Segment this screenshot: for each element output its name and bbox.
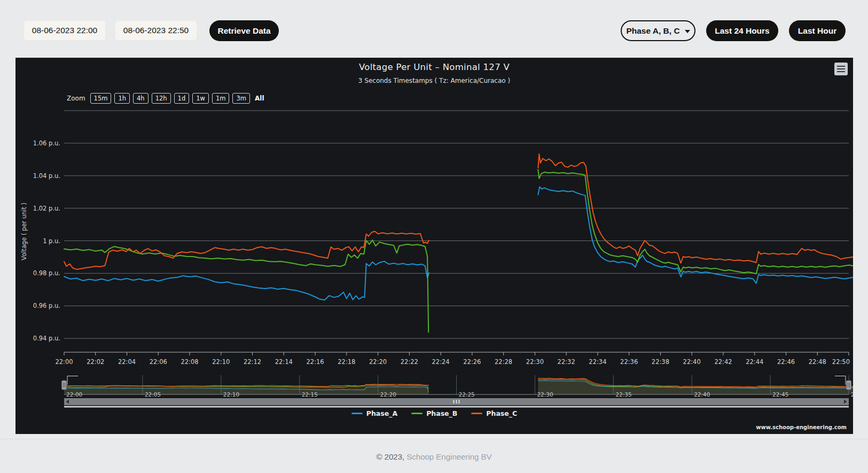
- legend-label: Phase_A: [366, 409, 397, 417]
- page: Retrieve Data Phase A, B, C Last 24 Hour…: [0, 0, 868, 473]
- plot-area[interactable]: [64, 111, 849, 352]
- chevron-down-icon: [685, 30, 690, 33]
- legend-marker: [351, 413, 363, 414]
- scrollbar-strip: [64, 406, 849, 408]
- retrieve-data-button[interactable]: Retrieve Data: [209, 20, 279, 41]
- navigator-label: 22:25: [459, 391, 475, 398]
- legend-marker: [471, 413, 482, 414]
- navigator-handle-left[interactable]: [62, 381, 67, 390]
- x-axis-label: 22:44: [746, 358, 763, 366]
- chart-legend: Phase_APhase_BPhase_C: [15, 409, 853, 417]
- x-axis-label: 22:08: [181, 358, 198, 366]
- legend-label: Phase_C: [486, 409, 517, 417]
- navigator-handle-right[interactable]: [847, 381, 851, 390]
- x-axis-label: 22:18: [338, 358, 355, 366]
- phase-select-dropdown[interactable]: Phase A, B, C: [621, 20, 695, 41]
- x-axis-label: 22:06: [150, 358, 167, 366]
- x-axis-label: 22:28: [495, 358, 512, 366]
- navigator-label: 22:40: [694, 391, 710, 398]
- footer-divider: [0, 439, 868, 439]
- end-datetime-input[interactable]: [115, 20, 197, 41]
- start-datetime-input[interactable]: [24, 20, 106, 41]
- legend-marker: [411, 413, 423, 414]
- x-axis-label: 22:32: [558, 358, 575, 366]
- footer-company-link[interactable]: Schoop Engineering BV: [406, 452, 491, 461]
- y-axis-label: 1.06 p.u.: [33, 139, 60, 147]
- chart-canvas: Voltage ( per unit ) 22:0022:0222:0422:0…: [15, 58, 853, 434]
- phase-select-label: Phase A, B, C: [626, 26, 679, 36]
- y-axis-title: Voltage ( per unit ): [20, 203, 28, 260]
- navigator-label: 22:10: [223, 391, 239, 398]
- navigator-label: 22:45: [772, 391, 788, 398]
- y-axis-label: 1 p.u.: [43, 237, 60, 245]
- navigator-label: 22:35: [615, 391, 631, 398]
- navigator-outline-right: [835, 376, 846, 385]
- footer: © 2023, Schoop Engineering BV: [0, 452, 868, 461]
- x-axis-label: 22:38: [652, 358, 669, 366]
- x-axis-label: 22:20: [369, 358, 387, 366]
- navigator-label: 22:20: [380, 391, 396, 398]
- x-axis-label: 22:48: [809, 358, 826, 366]
- y-axis-label: 0.96 p.u.: [33, 302, 60, 309]
- x-axis-label: 22:02: [87, 358, 104, 366]
- x-axis-label: 22:26: [463, 358, 481, 366]
- x-axis-label: 22:30: [526, 358, 544, 366]
- voltage-chart: Voltage Per Unit – Nominal 127 V 3 Secon…: [15, 58, 853, 434]
- last-hour-button[interactable]: Last Hour: [789, 20, 846, 41]
- x-axis-label: 22:16: [307, 358, 324, 366]
- legend-item-phase_b[interactable]: Phase_B: [411, 409, 457, 417]
- x-axis-label: 22:36: [620, 358, 638, 366]
- legend-item-phase_c[interactable]: Phase_C: [471, 409, 517, 417]
- navigator-label: 22:30: [537, 391, 553, 398]
- y-axis-label: 1.04 p.u.: [33, 172, 60, 180]
- legend-label: Phase_B: [426, 409, 457, 417]
- y-axis-label: 0.94 p.u.: [33, 335, 60, 342]
- x-axis-label: 22:50: [832, 358, 850, 366]
- x-axis-label: 22:34: [589, 358, 606, 366]
- y-axis-label: 0.98 p.u.: [33, 269, 60, 277]
- y-axis-label: 1.02 p.u.: [33, 205, 60, 212]
- x-axis-label: 22:10: [212, 358, 230, 366]
- navigator-label: 22:15: [302, 391, 318, 398]
- last-24-hours-button[interactable]: Last 24 Hours: [706, 20, 778, 41]
- x-axis-label: 22:00: [55, 358, 73, 366]
- x-axis-label: 22:24: [432, 358, 450, 366]
- legend-item-phase_a[interactable]: Phase_A: [351, 409, 397, 417]
- x-axis-label: 22:22: [401, 358, 418, 366]
- x-axis-label: 22:46: [777, 358, 795, 366]
- credits-watermark[interactable]: www.schoop-engineering.com: [756, 424, 847, 430]
- navigator-label: 22:50: [851, 391, 853, 398]
- x-axis-label: 22:42: [714, 358, 732, 366]
- x-axis-label: 22:40: [683, 358, 701, 366]
- footer-copyright: © 2023,: [376, 452, 404, 461]
- navigator-outline-left: [67, 376, 78, 385]
- navigator-label: 22:05: [145, 391, 161, 398]
- x-axis-label: 22:04: [118, 358, 136, 366]
- x-axis-label: 22:12: [244, 358, 261, 366]
- x-axis-label: 22:14: [275, 358, 293, 366]
- navigator-label: 22:00: [66, 391, 82, 398]
